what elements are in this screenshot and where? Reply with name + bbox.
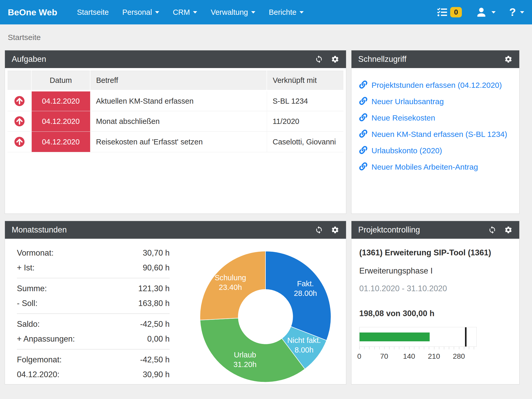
axis-tick bbox=[464, 347, 464, 349]
project-phase: Erweiterungsphase I bbox=[359, 266, 511, 276]
panel-title: Aufgaben bbox=[12, 55, 46, 64]
menu-item-label: CRM bbox=[173, 8, 190, 17]
donut-segment-2[interactable] bbox=[200, 318, 305, 382]
quick-link[interactable]: Projektstunden erfassen (04.12.2020) bbox=[359, 77, 511, 93]
axis-tick-label: 70 bbox=[380, 352, 388, 361]
stat-label: Folgemonat: bbox=[17, 355, 62, 364]
axis-tick-label: 0 bbox=[357, 352, 361, 361]
panel-aufgaben-header: Aufgaben bbox=[5, 50, 346, 68]
link-icon bbox=[359, 130, 367, 139]
chevron-down-icon bbox=[193, 11, 197, 14]
column-header-priority bbox=[8, 71, 31, 91]
refresh-button[interactable] bbox=[488, 226, 496, 234]
stat-value: 121,30 h bbox=[138, 284, 170, 293]
column-header-Betreff: Betreff bbox=[90, 71, 267, 91]
panel-projektcontrolling-header: Projektcontrolling bbox=[351, 221, 519, 239]
project-date-range: 01.10.2020 - 31.10.2020 bbox=[359, 284, 511, 293]
divider bbox=[17, 314, 170, 314]
app-brand[interactable]: BeOne Web bbox=[8, 7, 57, 17]
axis-tick bbox=[409, 347, 409, 349]
stat-row: + Ist:90,60 h bbox=[17, 260, 170, 275]
task-due-date: 04.12.2020 bbox=[31, 132, 90, 152]
stat-value: -42,50 h bbox=[140, 320, 170, 329]
settings-button[interactable] bbox=[504, 55, 513, 63]
user-menu[interactable] bbox=[475, 6, 496, 18]
quick-link[interactable]: Neue Reisekosten bbox=[359, 110, 511, 126]
breadcrumb: Startseite bbox=[0, 24, 532, 50]
column-header-Verknüpft mit: Verknüpft mit bbox=[267, 71, 343, 91]
axis-tick bbox=[359, 347, 360, 349]
tasks-list-icon bbox=[437, 7, 447, 17]
user-icon bbox=[475, 6, 487, 18]
chevron-down-icon bbox=[520, 11, 524, 14]
axis-tick bbox=[429, 347, 429, 349]
axis-ticks bbox=[359, 347, 477, 350]
axis-tick bbox=[459, 347, 459, 349]
refresh-button[interactable] bbox=[315, 55, 323, 63]
refresh-button[interactable] bbox=[315, 226, 323, 234]
help-menu[interactable]: ? bbox=[509, 7, 524, 18]
task-subject: Monat abschließen bbox=[90, 111, 267, 132]
link-icon bbox=[359, 146, 367, 155]
axis-tick bbox=[394, 347, 394, 349]
quick-link[interactable]: Neuer Mobiles Arbeiten-Antrag bbox=[359, 159, 511, 175]
task-row[interactable]: 04.12.2020Reisekosten auf 'Erfasst' setz… bbox=[8, 132, 343, 152]
stat-row: Vormonat:30,70 h bbox=[17, 245, 170, 260]
stat-value: 90,60 h bbox=[143, 263, 170, 272]
task-due-date: 04.12.2020 bbox=[31, 111, 90, 132]
quick-link[interactable]: Neuen KM-Stand erfassen (S-BL 1234) bbox=[359, 126, 511, 142]
quick-links-list: Projektstunden erfassen (04.12.2020)Neue… bbox=[351, 68, 519, 214]
menu-item-label: Personal bbox=[122, 8, 152, 17]
task-row[interactable]: 04.12.2020Monat abschließen11/2020 bbox=[8, 111, 343, 132]
column-header-Datum: Datum bbox=[31, 71, 90, 91]
axis-tick bbox=[384, 347, 384, 349]
stat-value: 30,90 h bbox=[143, 370, 170, 379]
settings-button[interactable] bbox=[504, 226, 513, 234]
stat-label: + Ist: bbox=[17, 263, 35, 272]
menu-item-personal[interactable]: Personal bbox=[116, 0, 166, 24]
quick-link-label: Neuen KM-Stand erfassen (S-BL 1234) bbox=[371, 130, 507, 139]
menu-item-label: Berichte bbox=[269, 8, 296, 17]
tasks-menu[interactable]: 0 bbox=[437, 7, 462, 17]
settings-button[interactable] bbox=[331, 226, 339, 234]
quick-link[interactable]: Neuer Urlaubsantrag bbox=[359, 93, 511, 110]
priority-up-icon bbox=[14, 116, 25, 127]
stat-row: Saldo:-42,50 h bbox=[17, 317, 170, 331]
stat-row: + Anpassungen:0,00 h bbox=[17, 331, 170, 346]
menu-item-berichte[interactable]: Berichte bbox=[262, 0, 310, 24]
top-navbar: BeOne Web StartseitePersonalCRMVerwaltun… bbox=[0, 0, 532, 24]
axis-tick bbox=[424, 347, 424, 349]
stat-row: Folgemonat:-42,50 h bbox=[17, 352, 170, 367]
panel-title: Schnellzugriff bbox=[358, 55, 407, 64]
axis-tick bbox=[439, 347, 439, 349]
panel-monatsstunden: Monatsstunden Vormonat:30,70 h+ Ist:90,6… bbox=[5, 221, 346, 384]
hours-donut-chart: Fakt.28.00hNicht fakt.8.00hUrlaub31.20hS… bbox=[197, 249, 334, 384]
menu-item-crm[interactable]: CRM bbox=[166, 0, 204, 24]
stat-label: Saldo: bbox=[17, 320, 40, 329]
main-menu: StartseitePersonalCRMVerwaltungBerichte bbox=[70, 0, 310, 24]
axis-tick bbox=[449, 347, 449, 349]
axis-tick-label: 140 bbox=[403, 352, 415, 361]
chevron-down-icon bbox=[491, 11, 496, 14]
menu-item-verwaltung[interactable]: Verwaltung bbox=[204, 0, 262, 24]
settings-button[interactable] bbox=[331, 55, 339, 63]
panel-title: Monatsstunden bbox=[12, 225, 67, 235]
menu-item-startseite[interactable]: Startseite bbox=[70, 0, 116, 24]
axis-tick bbox=[399, 347, 399, 349]
quick-link[interactable]: Urlaubskonto (2020) bbox=[359, 142, 511, 159]
tasks-table: DatumBetreffVerknüpft mit 04.12.2020Aktu… bbox=[8, 71, 343, 152]
axis-tick bbox=[434, 347, 434, 349]
priority-up-icon bbox=[14, 137, 25, 147]
project-hours-summary: 198,08 von 300,00 h bbox=[359, 309, 511, 318]
chevron-down-icon bbox=[300, 11, 304, 14]
axis-tick bbox=[474, 347, 474, 349]
task-linked-with: 11/2020 bbox=[267, 111, 343, 132]
task-due-date: 04.12.2020 bbox=[31, 91, 90, 111]
link-icon bbox=[359, 81, 367, 90]
stat-label: Vormonat: bbox=[17, 248, 54, 258]
task-row[interactable]: 04.12.2020Aktuellen KM-Stand erfassenS-B… bbox=[8, 91, 343, 111]
axis-tick-label: 280 bbox=[453, 352, 465, 361]
quick-link-label: Neue Reisekosten bbox=[371, 114, 435, 122]
stat-label: Summe: bbox=[17, 284, 47, 293]
axis-tick bbox=[469, 347, 469, 349]
